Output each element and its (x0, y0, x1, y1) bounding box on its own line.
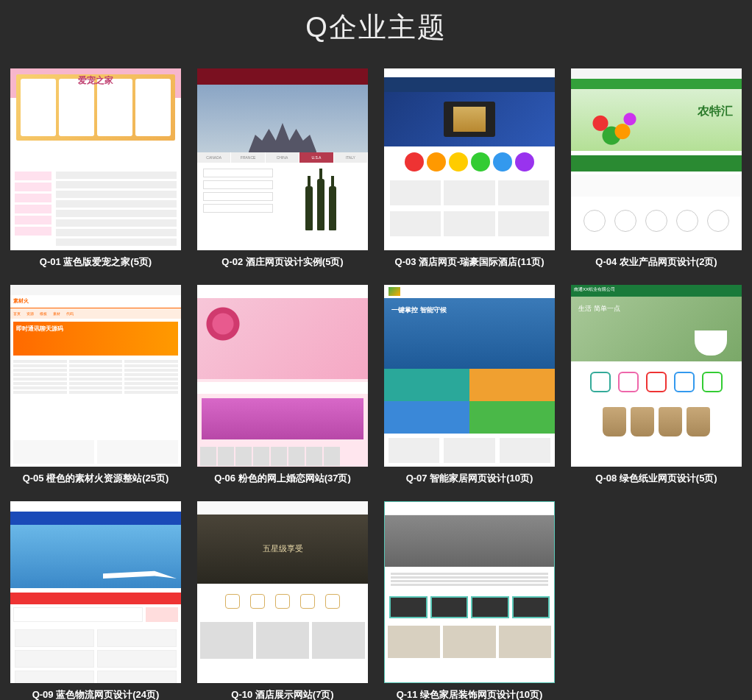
thumbnail: 一键掌控 智能守候 (384, 285, 555, 467)
card-caption: Q-04 农业产品网页设计(2页) (571, 250, 742, 272)
thumb-title: 爱宠之家 (10, 74, 181, 87)
theme-grid: 爱宠之家 Q-01 蓝色版爱宠之家(5页) CANADA FRANCE CHIN… (0, 68, 752, 700)
card-caption: Q-08 绿色纸业网页设计(5页) (571, 467, 742, 488)
card-caption: Q-06 粉色的网上婚恋网站(37页) (197, 467, 368, 488)
card-caption: Q-03 酒店网页-瑞豪国际酒店(11页) (384, 250, 555, 272)
thumbnail: 爱宠之家 (10, 68, 181, 250)
thumbnail: 南通XX纸业有限公司 生活 简单一点 (571, 285, 742, 467)
thumbnail (384, 68, 555, 250)
hero-text: 农特汇 (698, 104, 733, 119)
logo-text: 素材火 (13, 297, 29, 305)
tab: ITALY (334, 152, 368, 163)
thumbnail: 素材火 首页资源模板素材代码 即时通讯聊天源码 (10, 285, 181, 467)
theme-card-q03[interactable]: Q-03 酒店网页-瑞豪国际酒店(11页) (384, 68, 555, 272)
tab-active: U.S.A (299, 152, 333, 163)
card-caption: Q-11 绿色家居装饰网页设计(10页) (384, 683, 555, 700)
ad-text: 即时通讯聊天源码 (13, 322, 178, 356)
theme-card-q02[interactable]: CANADA FRANCE CHINA U.S.A ITALY Q-02 酒庄网… (197, 68, 368, 272)
theme-card-q06[interactable]: Q-06 粉色的网上婚恋网站(37页) (197, 285, 368, 488)
hero-text: 五星级享受 (197, 515, 368, 584)
theme-card-q01[interactable]: 爱宠之家 Q-01 蓝色版爱宠之家(5页) (10, 68, 181, 272)
thumbnail: 五星级享受 (197, 501, 368, 683)
page-title: Q企业主题 (0, 0, 752, 68)
theme-card-q09[interactable]: Q-09 蓝色物流网页设计(24页) (10, 501, 181, 700)
theme-card-q11[interactable]: Q-11 绿色家居装饰网页设计(10页) (384, 501, 555, 700)
card-caption: Q-01 蓝色版爱宠之家(5页) (10, 250, 181, 272)
hero-text: 生活 简单一点 (578, 304, 620, 314)
theme-card-q08[interactable]: 南通XX纸业有限公司 生活 简单一点 Q-08 绿色纸业网页设计(5页) (571, 285, 742, 488)
tab: CHINA (266, 152, 299, 163)
thumbnail (10, 501, 181, 683)
theme-card-q05[interactable]: 素材火 首页资源模板素材代码 即时通讯聊天源码 Q-05 橙色的素材火资源整站(… (10, 285, 181, 488)
theme-card-q04[interactable]: 农特汇 Q-04 农业产品网页设计(2页) (571, 68, 742, 272)
card-caption: Q-02 酒庄网页设计实例(5页) (197, 250, 368, 272)
card-caption: Q-09 蓝色物流网页设计(24页) (10, 683, 181, 700)
thumbnail (384, 501, 555, 683)
tab: FRANCE (231, 152, 265, 163)
theme-card-q10[interactable]: 五星级享受 Q-10 酒店展示网站(7页) (197, 501, 368, 700)
card-caption: Q-07 智能家居网页设计(10页) (384, 467, 555, 488)
theme-card-q07[interactable]: 一键掌控 智能守候 Q-07 智能家居网页设计(10页) (384, 285, 555, 488)
card-caption: Q-05 橙色的素材火资源整站(25页) (10, 467, 181, 488)
thumbnail (197, 285, 368, 467)
thumbnail: 农特汇 (571, 68, 742, 250)
card-caption: Q-10 酒店展示网站(7页) (197, 683, 368, 700)
tab: CANADA (197, 152, 231, 163)
hero-text: 一键掌控 智能守候 (384, 298, 555, 369)
thumbnail: CANADA FRANCE CHINA U.S.A ITALY (197, 68, 368, 250)
